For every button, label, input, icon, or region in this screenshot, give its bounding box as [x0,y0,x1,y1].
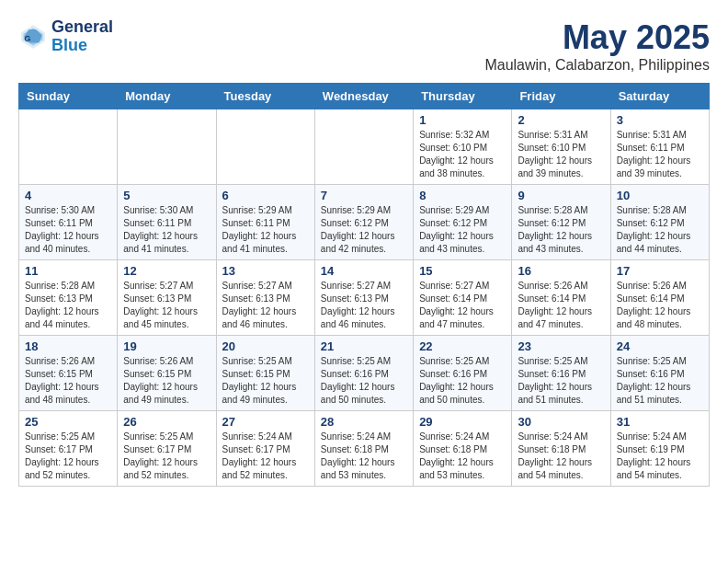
calendar-cell: 11Sunrise: 5:28 AM Sunset: 6:13 PM Dayli… [19,260,118,336]
weekday-header-sunday: Sunday [19,84,118,109]
calendar-cell: 2Sunrise: 5:31 AM Sunset: 6:10 PM Daylig… [512,109,610,185]
day-number: 11 [25,264,111,278]
logo: G General Blue [18,18,113,55]
day-number: 9 [518,189,604,202]
day-number: 13 [222,264,309,278]
day-number: 16 [518,264,604,278]
day-info: Sunrise: 5:29 AM Sunset: 6:11 PM Dayligh… [222,204,309,256]
calendar-cell: 23Sunrise: 5:25 AM Sunset: 6:16 PM Dayli… [512,336,610,411]
calendar-cell: 21Sunrise: 5:25 AM Sunset: 6:16 PM Dayli… [314,336,413,411]
weekday-header-thursday: Thursday [414,84,512,109]
calendar-cell: 3Sunrise: 5:31 AM Sunset: 6:11 PM Daylig… [610,109,709,185]
day-number: 19 [123,339,210,353]
day-info: Sunrise: 5:29 AM Sunset: 6:12 PM Dayligh… [419,204,506,256]
logo-text: General Blue [51,18,113,55]
week-row-2: 4Sunrise: 5:30 AM Sunset: 6:11 PM Daylig… [19,185,710,260]
calendar-cell: 7Sunrise: 5:29 AM Sunset: 6:12 PM Daylig… [314,185,413,260]
calendar-cell: 8Sunrise: 5:29 AM Sunset: 6:12 PM Daylig… [414,185,512,260]
day-number: 26 [123,415,210,429]
calendar-cell: 29Sunrise: 5:24 AM Sunset: 6:18 PM Dayli… [414,411,512,487]
day-info: Sunrise: 5:25 AM Sunset: 6:16 PM Dayligh… [321,355,407,407]
day-info: Sunrise: 5:27 AM Sunset: 6:13 PM Dayligh… [123,280,210,331]
calendar-cell: 27Sunrise: 5:24 AM Sunset: 6:17 PM Dayli… [216,411,314,487]
calendar-cell: 28Sunrise: 5:24 AM Sunset: 6:18 PM Dayli… [314,411,413,487]
calendar-cell: 6Sunrise: 5:29 AM Sunset: 6:11 PM Daylig… [216,185,314,260]
calendar-cell [118,109,216,185]
week-row-1: 1Sunrise: 5:32 AM Sunset: 6:10 PM Daylig… [19,109,710,185]
calendar-cell: 16Sunrise: 5:26 AM Sunset: 6:14 PM Dayli… [512,260,610,336]
day-info: Sunrise: 5:32 AM Sunset: 6:10 PM Dayligh… [419,129,506,180]
subtitle: Maulawin, Calabarzon, Philippines [484,57,710,74]
day-info: Sunrise: 5:24 AM Sunset: 6:17 PM Dayligh… [222,431,309,482]
calendar-cell: 25Sunrise: 5:25 AM Sunset: 6:17 PM Dayli… [19,411,118,487]
day-number: 7 [321,189,407,202]
day-info: Sunrise: 5:31 AM Sunset: 6:10 PM Dayligh… [518,129,604,180]
header: G General Blue May 2025 Maulawin, Calaba… [18,18,710,74]
calendar-cell: 9Sunrise: 5:28 AM Sunset: 6:12 PM Daylig… [512,185,610,260]
calendar-cell: 19Sunrise: 5:26 AM Sunset: 6:15 PM Dayli… [118,336,216,411]
day-info: Sunrise: 5:30 AM Sunset: 6:11 PM Dayligh… [123,204,210,256]
day-number: 10 [617,189,703,202]
weekday-header-friday: Friday [512,84,610,109]
calendar-cell: 31Sunrise: 5:24 AM Sunset: 6:19 PM Dayli… [610,411,709,487]
day-number: 28 [321,415,407,429]
calendar-cell: 20Sunrise: 5:25 AM Sunset: 6:15 PM Dayli… [216,336,314,411]
day-number: 6 [222,189,309,202]
calendar-cell: 10Sunrise: 5:28 AM Sunset: 6:12 PM Dayli… [610,185,709,260]
weekday-header-wednesday: Wednesday [314,84,413,109]
day-number: 29 [419,415,506,429]
calendar-cell: 4Sunrise: 5:30 AM Sunset: 6:11 PM Daylig… [19,185,118,260]
calendar: SundayMondayTuesdayWednesdayThursdayFrid… [18,83,710,487]
day-number: 14 [321,264,407,278]
day-info: Sunrise: 5:24 AM Sunset: 6:18 PM Dayligh… [419,431,506,482]
day-number: 12 [123,264,210,278]
day-number: 20 [222,339,309,353]
day-info: Sunrise: 5:29 AM Sunset: 6:12 PM Dayligh… [321,204,407,256]
day-number: 21 [321,339,407,353]
day-info: Sunrise: 5:27 AM Sunset: 6:13 PM Dayligh… [321,280,407,331]
weekday-header-monday: Monday [118,84,216,109]
day-info: Sunrise: 5:25 AM Sunset: 6:16 PM Dayligh… [617,355,703,407]
calendar-cell: 13Sunrise: 5:27 AM Sunset: 6:13 PM Dayli… [216,260,314,336]
day-info: Sunrise: 5:30 AM Sunset: 6:11 PM Dayligh… [25,204,111,256]
day-info: Sunrise: 5:25 AM Sunset: 6:15 PM Dayligh… [222,355,309,407]
day-info: Sunrise: 5:26 AM Sunset: 6:14 PM Dayligh… [617,280,703,331]
calendar-cell: 14Sunrise: 5:27 AM Sunset: 6:13 PM Dayli… [314,260,413,336]
day-number: 15 [419,264,506,278]
day-number: 3 [617,113,703,127]
day-number: 5 [123,189,210,202]
calendar-cell: 12Sunrise: 5:27 AM Sunset: 6:13 PM Dayli… [118,260,216,336]
day-number: 8 [419,189,506,202]
calendar-cell: 17Sunrise: 5:26 AM Sunset: 6:14 PM Dayli… [610,260,709,336]
day-info: Sunrise: 5:31 AM Sunset: 6:11 PM Dayligh… [617,129,703,180]
day-number: 1 [419,113,506,127]
week-row-5: 25Sunrise: 5:25 AM Sunset: 6:17 PM Dayli… [19,411,710,487]
calendar-cell: 5Sunrise: 5:30 AM Sunset: 6:11 PM Daylig… [118,185,216,260]
calendar-cell: 26Sunrise: 5:25 AM Sunset: 6:17 PM Dayli… [118,411,216,487]
day-info: Sunrise: 5:28 AM Sunset: 6:12 PM Dayligh… [518,204,604,256]
calendar-cell: 22Sunrise: 5:25 AM Sunset: 6:16 PM Dayli… [414,336,512,411]
calendar-cell: 1Sunrise: 5:32 AM Sunset: 6:10 PM Daylig… [414,109,512,185]
day-number: 27 [222,415,309,429]
day-info: Sunrise: 5:24 AM Sunset: 6:18 PM Dayligh… [518,431,604,482]
weekday-header-tuesday: Tuesday [216,84,314,109]
calendar-cell [216,109,314,185]
main-title: May 2025 [484,18,710,57]
day-info: Sunrise: 5:28 AM Sunset: 6:12 PM Dayligh… [617,204,703,256]
svg-text:G: G [24,34,30,43]
day-number: 22 [419,339,506,353]
day-number: 25 [25,415,111,429]
calendar-cell: 15Sunrise: 5:27 AM Sunset: 6:14 PM Dayli… [414,260,512,336]
day-info: Sunrise: 5:24 AM Sunset: 6:19 PM Dayligh… [617,431,703,482]
day-info: Sunrise: 5:24 AM Sunset: 6:18 PM Dayligh… [321,431,407,482]
calendar-cell: 18Sunrise: 5:26 AM Sunset: 6:15 PM Dayli… [19,336,118,411]
day-info: Sunrise: 5:26 AM Sunset: 6:15 PM Dayligh… [123,355,210,407]
day-info: Sunrise: 5:26 AM Sunset: 6:15 PM Dayligh… [25,355,111,407]
calendar-cell [19,109,118,185]
day-number: 30 [518,415,604,429]
day-info: Sunrise: 5:26 AM Sunset: 6:14 PM Dayligh… [518,280,604,331]
day-number: 23 [518,339,604,353]
day-number: 24 [617,339,703,353]
day-number: 17 [617,264,703,278]
weekday-header-row: SundayMondayTuesdayWednesdayThursdayFrid… [19,84,710,109]
